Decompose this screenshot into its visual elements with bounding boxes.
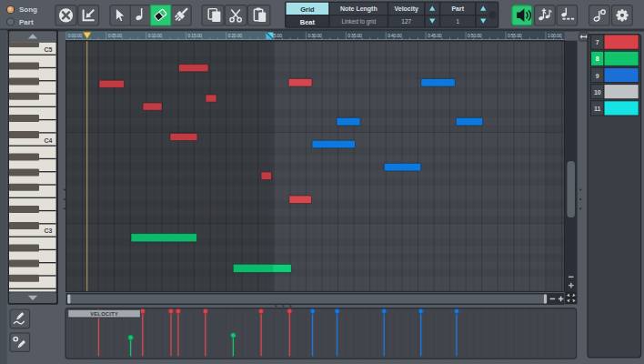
svg-text:0:30.00: 0:30.00 bbox=[307, 34, 322, 38]
svg-text:1:00.00: 1:00.00 bbox=[548, 34, 562, 38]
svg-text:0:35.00: 0:35.00 bbox=[347, 34, 362, 38]
svg-text:C3: C3 bbox=[45, 228, 53, 234]
svg-text:0:55.00: 0:55.00 bbox=[508, 34, 522, 38]
svg-text:C4: C4 bbox=[45, 137, 53, 144]
svg-text:Song: Song bbox=[19, 5, 37, 14]
svg-text:127: 127 bbox=[401, 18, 411, 25]
svg-text:0:15.00: 0:15.00 bbox=[188, 34, 203, 38]
svg-text:8: 8 bbox=[596, 56, 599, 62]
svg-text:C5: C5 bbox=[45, 46, 53, 53]
svg-text:VELOCITY: VELOCITY bbox=[90, 311, 118, 317]
svg-text:0:10.00: 0:10.00 bbox=[148, 34, 163, 38]
svg-text:Linked to grid: Linked to grid bbox=[341, 18, 376, 25]
svg-text:0:45.00: 0:45.00 bbox=[428, 34, 442, 38]
svg-text:0:50.00: 0:50.00 bbox=[468, 34, 482, 38]
svg-text:0:00.00: 0:00.00 bbox=[68, 34, 83, 38]
svg-text:Note Length: Note Length bbox=[340, 5, 377, 13]
svg-text:Beat: Beat bbox=[300, 18, 316, 26]
svg-text:Part: Part bbox=[451, 5, 464, 12]
svg-text:9: 9 bbox=[596, 73, 599, 79]
svg-text:Part: Part bbox=[19, 18, 34, 26]
svg-text:7: 7 bbox=[596, 39, 599, 46]
svg-text:0:05.00: 0:05.00 bbox=[108, 34, 123, 38]
svg-text:Velocity: Velocity bbox=[394, 5, 418, 13]
svg-text:11: 11 bbox=[594, 106, 601, 112]
svg-text:0:40.00: 0:40.00 bbox=[387, 34, 402, 38]
svg-text:Grid: Grid bbox=[300, 5, 315, 14]
svg-text:10: 10 bbox=[594, 89, 601, 96]
svg-text:1: 1 bbox=[456, 18, 459, 25]
svg-text:0:20.00: 0:20.00 bbox=[228, 34, 243, 38]
